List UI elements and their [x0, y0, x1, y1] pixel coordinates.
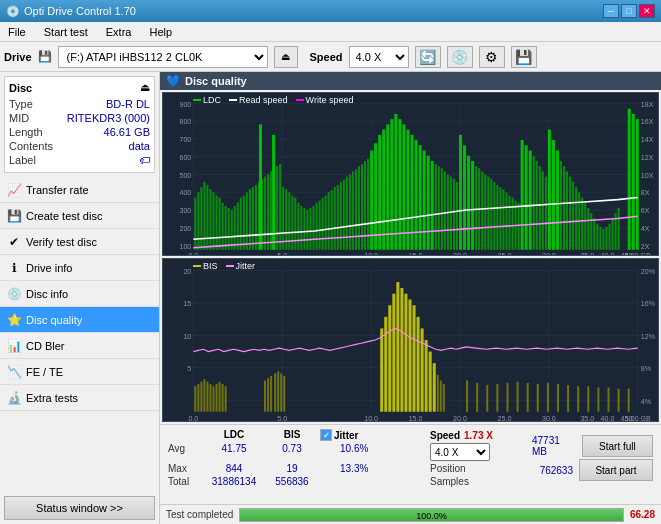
- jitter-checkbox[interactable]: ✓: [320, 429, 332, 441]
- status-text: Test completed: [166, 509, 233, 520]
- svg-rect-253: [506, 383, 508, 412]
- cd-bler-icon: 📊: [6, 338, 22, 354]
- svg-text:10: 10: [183, 331, 191, 341]
- disc-mid-row: MID RITEKDR3 (000): [9, 112, 150, 124]
- svg-rect-99: [352, 171, 354, 249]
- svg-rect-122: [438, 166, 440, 250]
- svg-rect-56: [228, 208, 230, 250]
- eject-button[interactable]: ⏏: [274, 46, 298, 68]
- menu-file[interactable]: File: [4, 25, 30, 39]
- jitter-checkbox-container: ✓ Jitter: [320, 429, 430, 441]
- svg-rect-97: [346, 177, 348, 250]
- svg-rect-121: [435, 164, 437, 250]
- svg-text:800: 800: [179, 117, 191, 126]
- svg-text:35.0: 35.0: [580, 414, 594, 421]
- total-bis: 556836: [264, 476, 320, 487]
- svg-rect-249: [466, 381, 468, 412]
- close-button[interactable]: ✕: [639, 4, 655, 18]
- status-window-button[interactable]: Status window >>: [4, 496, 155, 520]
- settings-button[interactable]: ⚙: [479, 46, 505, 68]
- checkmark-icon: ✓: [323, 431, 330, 440]
- menu-help[interactable]: Help: [145, 25, 176, 39]
- disc-length-label: Length: [9, 126, 43, 138]
- svg-rect-120: [431, 161, 434, 250]
- svg-rect-227: [270, 376, 272, 412]
- svg-rect-220: [213, 386, 215, 411]
- svg-rect-92: [331, 190, 333, 250]
- menu-extra[interactable]: Extra: [102, 25, 136, 39]
- disc-contents-val: data: [129, 140, 150, 152]
- svg-rect-170: [593, 218, 595, 249]
- svg-rect-144: [508, 195, 510, 249]
- svg-rect-215: [197, 384, 199, 412]
- disc-button[interactable]: 💿: [447, 46, 473, 68]
- svg-rect-254: [517, 382, 519, 412]
- svg-rect-162: [569, 177, 571, 250]
- svg-text:8%: 8%: [641, 364, 651, 374]
- disc-mid-val: RITEKDR3 (000): [67, 112, 150, 124]
- nav-fe-te[interactable]: 📉 FE / TE: [0, 359, 159, 385]
- start-full-button[interactable]: Start full: [582, 435, 653, 457]
- svg-rect-229: [277, 371, 279, 412]
- svg-text:25.0: 25.0: [498, 414, 512, 421]
- svg-rect-118: [423, 150, 426, 249]
- samples-row: 762633 Start part: [540, 459, 653, 481]
- create-test-disc-icon: 💾: [6, 208, 22, 224]
- nav-create-test-disc[interactable]: 💾 Create test disc: [0, 203, 159, 229]
- menu-start-test[interactable]: Start test: [40, 25, 92, 39]
- svg-text:20.0: 20.0: [453, 251, 467, 255]
- svg-rect-140: [496, 185, 498, 250]
- nav-disc-quality[interactable]: ⭐ Disc quality: [0, 307, 159, 333]
- speed-header-container: Speed 1.73 X: [430, 429, 520, 441]
- svg-rect-145: [512, 198, 514, 250]
- svg-rect-255: [527, 383, 529, 412]
- main-container: Disc ⏏ Type BD-R DL MID RITEKDR3 (000) L…: [0, 72, 661, 524]
- svg-rect-112: [398, 119, 401, 250]
- svg-rect-89: [322, 198, 324, 250]
- drive-select[interactable]: (F:) ATAPI iHBS112 2 CL0K: [58, 46, 268, 68]
- save-button[interactable]: 💾: [511, 46, 537, 68]
- disc-label-icon: 🏷: [139, 154, 150, 166]
- nav-drive-info[interactable]: ℹ Drive info: [0, 255, 159, 281]
- refresh-button[interactable]: 🔄: [415, 46, 441, 68]
- max-jitter: 13.3%: [320, 463, 430, 474]
- nav-transfer-rate[interactable]: 📈 Transfer rate: [0, 177, 159, 203]
- svg-rect-73: [279, 164, 281, 250]
- svg-rect-248: [443, 384, 445, 412]
- disc-eject-icon[interactable]: ⏏: [140, 81, 150, 94]
- start-part-button[interactable]: Start part: [579, 459, 653, 481]
- nav-disc-info[interactable]: 💿 Disc info: [0, 281, 159, 307]
- speed-select-2[interactable]: 4.0 X: [430, 443, 490, 461]
- svg-rect-247: [440, 381, 442, 412]
- svg-rect-113: [402, 124, 405, 249]
- svg-rect-260: [577, 386, 579, 411]
- svg-rect-219: [209, 384, 211, 412]
- svg-rect-135: [481, 171, 483, 249]
- maximize-button[interactable]: □: [621, 4, 637, 18]
- disc-type-row: Type BD-R DL: [9, 98, 150, 110]
- nav-extra-tests[interactable]: 🔬 Extra tests: [0, 385, 159, 411]
- svg-rect-51: [213, 192, 215, 249]
- svg-rect-76: [282, 187, 284, 250]
- svg-rect-150: [529, 150, 532, 249]
- speed-select[interactable]: 4.0 X: [349, 46, 409, 68]
- svg-rect-72: [276, 166, 278, 250]
- avg-jitter: 10.6%: [320, 443, 430, 461]
- stats-total-row: Total 31886134 556836 Samples: [168, 476, 520, 487]
- nav-cd-bler[interactable]: 📊 CD Bler: [0, 333, 159, 359]
- svg-rect-259: [567, 385, 569, 412]
- nav-verify-test-disc[interactable]: ✔ Verify test disc: [0, 229, 159, 255]
- svg-rect-93: [334, 187, 336, 250]
- svg-text:35.0: 35.0: [580, 251, 594, 255]
- disc-contents-label: Contents: [9, 140, 53, 152]
- minimize-button[interactable]: ─: [603, 4, 619, 18]
- svg-rect-262: [597, 387, 599, 411]
- svg-rect-238: [404, 294, 407, 412]
- svg-rect-58: [234, 206, 236, 250]
- svg-rect-149: [525, 145, 528, 250]
- svg-rect-175: [609, 224, 611, 250]
- nav-disc-info-label: Disc info: [26, 288, 68, 300]
- svg-rect-108: [382, 130, 385, 250]
- avg-label: Avg: [168, 443, 204, 461]
- disc-quality-icon: ⭐: [6, 312, 22, 328]
